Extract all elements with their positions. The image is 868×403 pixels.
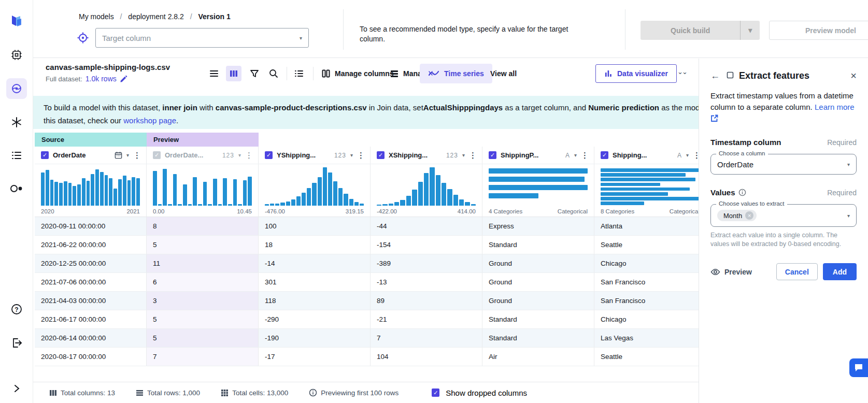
column-checkbox[interactable]: ✓ xyxy=(265,151,273,159)
table-cell[interactable]: -44 xyxy=(371,217,482,235)
column-menu-icon[interactable]: ⋮ xyxy=(133,151,141,160)
sidebar-item-models-active[interactable] xyxy=(0,77,33,100)
manage-columns-button[interactable]: Manage columns xyxy=(321,66,394,81)
column-menu-icon[interactable]: ⋮ xyxy=(693,151,699,160)
table-cell[interactable]: 2021-06-17 00:00:00 xyxy=(35,310,147,328)
table-cell[interactable]: Standard xyxy=(482,310,594,328)
quick-build-button[interactable]: Quick build ▾ xyxy=(641,21,760,40)
cancel-button[interactable]: Cancel xyxy=(776,263,818,280)
table-cell[interactable]: Atlanta xyxy=(594,217,699,235)
breadcrumb-my-models[interactable]: My models xyxy=(79,12,114,21)
table-cell[interactable]: Chicago xyxy=(594,310,699,328)
preview-model-button[interactable]: Preview model xyxy=(769,21,868,40)
sidebar-item-build[interactable] xyxy=(0,44,33,66)
breadcrumb-deployment[interactable]: deployment 2.8.2 xyxy=(128,12,183,21)
table-cell[interactable]: 7 xyxy=(371,329,482,347)
table-cell[interactable]: San Francisco xyxy=(594,273,699,291)
chevron-down-icon[interactable]: ▾ xyxy=(350,152,353,158)
table-cell[interactable]: 2021-04-03 00:00:00 xyxy=(35,292,147,310)
table-cell[interactable]: -21 xyxy=(371,310,482,328)
table-cell[interactable]: 2020-08-17 00:00:00 xyxy=(35,348,147,366)
table-cell[interactable]: -13 xyxy=(371,273,482,291)
table-cell[interactable]: Chicago xyxy=(594,254,699,272)
table-cell[interactable]: 11 xyxy=(147,254,259,272)
table-cell[interactable]: Ground xyxy=(482,292,594,310)
table-cell[interactable]: 8 xyxy=(147,217,259,235)
steps-list-button[interactable] xyxy=(291,66,307,81)
table-cell[interactable]: 2020-09-11 00:00:00 xyxy=(35,217,147,235)
table-cell[interactable]: San Francisco xyxy=(594,292,699,310)
time-series-button[interactable]: Time series xyxy=(420,64,492,83)
table-cell[interactable]: Standard xyxy=(482,236,594,254)
table-cell[interactable]: -17 xyxy=(259,348,371,366)
table-cell[interactable]: Air xyxy=(482,348,594,366)
sidebar-item-help[interactable]: ? xyxy=(0,298,33,321)
workshop-page-link[interactable]: workshop page xyxy=(123,116,176,125)
learn-more-link[interactable]: Learn more xyxy=(815,103,855,111)
back-arrow-icon[interactable]: ← xyxy=(710,70,720,81)
table-cell[interactable]: 5 xyxy=(147,329,259,347)
external-link-icon[interactable] xyxy=(710,114,718,122)
show-dropped-columns-toggle[interactable]: ✓ Show dropped columns xyxy=(432,388,527,397)
sidebar-item-generate[interactable] xyxy=(0,111,33,134)
table-cell[interactable]: 89 xyxy=(371,292,482,310)
timestamp-column-select[interactable]: Choose a column OrderDate ▾ xyxy=(710,154,857,175)
table-cell[interactable]: Standard xyxy=(482,329,594,347)
chevron-down-icon[interactable]: ▾ xyxy=(574,152,577,158)
column-checkbox[interactable]: ✓ xyxy=(489,151,496,159)
preview-toggle[interactable]: Preview xyxy=(710,268,752,276)
values-multiselect[interactable]: Choose values to extract Month × ▾ xyxy=(710,204,857,227)
canvas-logo[interactable] xyxy=(0,9,33,32)
chevron-down-icon[interactable]: ▾ xyxy=(126,152,129,158)
table-cell[interactable]: 104 xyxy=(371,348,482,366)
table-cell[interactable]: 7 xyxy=(147,348,259,366)
edit-pencil-icon[interactable] xyxy=(120,75,127,83)
table-cell[interactable]: Ground xyxy=(482,254,594,272)
table-cell[interactable]: Express xyxy=(482,217,594,235)
table-cell[interactable]: -190 xyxy=(259,329,371,347)
quick-build-dropdown[interactable]: ▾ xyxy=(740,21,760,40)
table-cell[interactable]: 100 xyxy=(259,217,371,235)
column-checkbox[interactable]: ✓ xyxy=(153,151,161,159)
table-cell[interactable]: -14 xyxy=(259,254,371,272)
sidebar-item-logout[interactable] xyxy=(0,332,33,354)
table-cell[interactable]: 2021-06-22 00:00:00 xyxy=(35,236,147,254)
search-button[interactable] xyxy=(266,66,281,81)
table-cell[interactable]: Seattle xyxy=(594,236,699,254)
rows-count-link[interactable]: 1.0k rows xyxy=(86,75,117,83)
chevron-down-icon[interactable]: ▾ xyxy=(462,152,465,158)
table-cell[interactable]: 118 xyxy=(259,292,371,310)
table-cell[interactable]: 5 xyxy=(147,310,259,328)
table-cell[interactable]: -290 xyxy=(259,310,371,328)
remove-chip-icon[interactable]: × xyxy=(745,211,753,220)
column-menu-icon[interactable]: ⋮ xyxy=(469,151,477,160)
column-menu-icon[interactable]: ⋮ xyxy=(581,151,589,160)
show-dropped-checkbox[interactable]: ✓ xyxy=(432,388,439,397)
list-view-button[interactable] xyxy=(206,66,222,81)
table-cell[interactable]: 5 xyxy=(147,236,259,254)
close-icon[interactable]: × xyxy=(850,70,857,82)
column-view-button[interactable] xyxy=(226,66,241,81)
add-button[interactable]: Add xyxy=(823,263,857,280)
chevron-down-icon[interactable]: ▾ xyxy=(238,152,241,158)
table-cell[interactable]: Seattle xyxy=(594,348,699,366)
table-cell[interactable]: 3 xyxy=(147,292,259,310)
table-cell[interactable]: 6 xyxy=(147,273,259,291)
table-cell[interactable]: 301 xyxy=(259,273,371,291)
table-cell[interactable]: -389 xyxy=(371,254,482,272)
sidebar-expand-button[interactable] xyxy=(0,377,33,400)
table-cell[interactable]: 18 xyxy=(259,236,371,254)
filter-button[interactable] xyxy=(247,66,262,81)
data-visualizer-button[interactable]: Data visualizer xyxy=(595,64,677,83)
chevron-down-icon[interactable]: ▾ xyxy=(686,152,689,158)
column-menu-icon[interactable]: ⋮ xyxy=(245,151,253,160)
info-icon[interactable] xyxy=(738,189,746,196)
column-menu-icon[interactable]: ⋮ xyxy=(357,151,365,160)
column-checkbox[interactable]: ✓ xyxy=(41,151,49,159)
column-checkbox[interactable]: ✓ xyxy=(377,151,385,159)
column-checkbox[interactable]: ✓ xyxy=(601,151,608,159)
table-cell[interactable]: 2020-12-25 00:00:00 xyxy=(35,254,147,272)
view-all-button[interactable]: View all xyxy=(490,66,517,81)
collapse-toolbar-button[interactable]: ⌄⌄ xyxy=(677,68,687,76)
table-cell[interactable]: Las Vegas xyxy=(594,329,699,347)
